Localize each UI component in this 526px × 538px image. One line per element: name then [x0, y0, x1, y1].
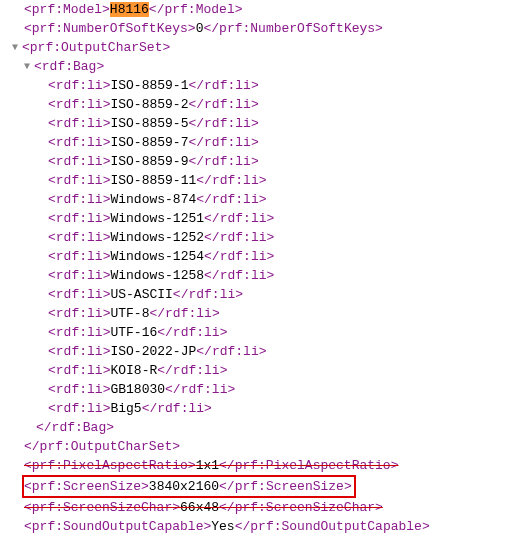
- charset-value: Windows-1251: [110, 211, 204, 226]
- xml-line-model: <prf:Model>H8116</prf:Model>: [0, 0, 526, 19]
- xml-line-charset-item: <rdf:li>Windows-1251</rdf:li>: [0, 209, 526, 228]
- charset-value: Windows-1258: [110, 268, 204, 283]
- xml-line-charset-item: <rdf:li>ISO-8859-1</rdf:li>: [0, 76, 526, 95]
- model-value: H8116: [110, 2, 149, 17]
- highlight-box-screensize: <prf:ScreenSize>3840x2160</prf:ScreenSiz…: [22, 475, 356, 498]
- charset-value: ISO-8859-2: [110, 97, 188, 112]
- xml-line-charset-item: <rdf:li>GB18030</rdf:li>: [0, 380, 526, 399]
- xml-line-outputcharset-open: ▼<prf:OutputCharSet>: [0, 38, 526, 57]
- xml-line-charset-item: <rdf:li>Big5</rdf:li>: [0, 399, 526, 418]
- xml-line-charset-item: <rdf:li>UTF-8</rdf:li>: [0, 304, 526, 323]
- xml-line-charset-item: <rdf:li>UTF-16</rdf:li>: [0, 323, 526, 342]
- soundoutputcapable-value: Yes: [211, 519, 234, 534]
- xml-line-charset-item: <rdf:li>Windows-1254</rdf:li>: [0, 247, 526, 266]
- screensize-value: 3840x2160: [149, 479, 219, 494]
- xml-line-charset-item: <rdf:li>ISO-8859-11</rdf:li>: [0, 171, 526, 190]
- xml-line-charset-item: <rdf:li>ISO-8859-9</rdf:li>: [0, 152, 526, 171]
- xml-line-charset-item: <rdf:li>ISO-8859-2</rdf:li>: [0, 95, 526, 114]
- xml-line-soundoutputcapable: <prf:SoundOutputCapable>Yes</prf:SoundOu…: [0, 517, 526, 536]
- xml-line-charset-item: <rdf:li>Windows-874</rdf:li>: [0, 190, 526, 209]
- charset-value: ISO-2022-JP: [110, 344, 196, 359]
- charset-value: UTF-16: [110, 325, 157, 340]
- charset-value: KOI8-R: [110, 363, 157, 378]
- charset-value: ISO-8859-7: [110, 135, 188, 150]
- charset-value: Windows-1254: [110, 249, 204, 264]
- charset-value: GB18030: [110, 382, 165, 397]
- charset-value: ISO-8859-5: [110, 116, 188, 131]
- charset-value: US-ASCII: [110, 287, 172, 302]
- charset-value: ISO-8859-9: [110, 154, 188, 169]
- collapse-arrow-icon[interactable]: ▼: [24, 57, 34, 76]
- xml-line-charset-item: <rdf:li>KOI8-R</rdf:li>: [0, 361, 526, 380]
- xml-source-view: <prf:Model>H8116</prf:Model><prf:NumberO…: [0, 0, 526, 538]
- xml-line-pixelaspectratio: <prf:PixelAspectRatio>1x1</prf:PixelAspe…: [0, 456, 526, 475]
- xml-line-softkeys: <prf:NumberOfSoftKeys>0</prf:NumberOfSof…: [0, 19, 526, 38]
- collapse-arrow-icon[interactable]: ▼: [12, 38, 22, 57]
- xml-line-charset-item: <rdf:li>Windows-1252</rdf:li>: [0, 228, 526, 247]
- charset-value: Windows-1252: [110, 230, 204, 245]
- xml-line-screensizechar: <prf:ScreenSizeChar>66x48</prf:ScreenSiz…: [0, 498, 526, 517]
- xml-line-bag-close: </rdf:Bag>: [0, 418, 526, 437]
- xml-line-charset-item: <rdf:li>US-ASCII</rdf:li>: [0, 285, 526, 304]
- xml-line-charset-item: <rdf:li>ISO-8859-5</rdf:li>: [0, 114, 526, 133]
- xml-line-charset-item: <rdf:li>Windows-1258</rdf:li>: [0, 266, 526, 285]
- charset-value: ISO-8859-11: [110, 173, 196, 188]
- charset-value: UTF-8: [110, 306, 149, 321]
- xml-line-bag-open: ▼<rdf:Bag>: [0, 57, 526, 76]
- charset-value: Windows-874: [110, 192, 196, 207]
- xml-line-outputcharset-close: </prf:OutputCharSet>: [0, 437, 526, 456]
- charset-value: ISO-8859-1: [110, 78, 188, 93]
- xml-line-charset-item: <rdf:li>ISO-2022-JP</rdf:li>: [0, 342, 526, 361]
- charset-value: Big5: [110, 401, 141, 416]
- xml-line-charset-item: <rdf:li>ISO-8859-7</rdf:li>: [0, 133, 526, 152]
- xml-line-screensize: <prf:ScreenSize>3840x2160</prf:ScreenSiz…: [0, 475, 526, 498]
